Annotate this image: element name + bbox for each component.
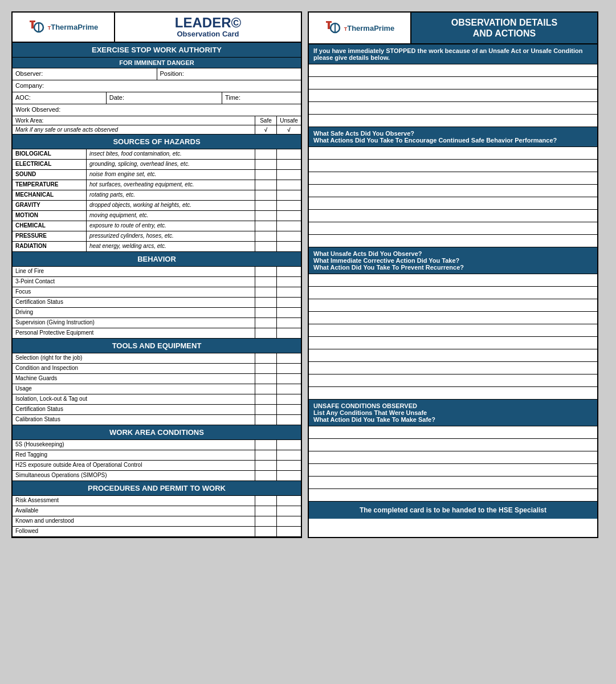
hazard-desc: pressurized cylinders, hoses, etc.: [87, 231, 255, 241]
behavior-row: Line of Fire: [13, 267, 301, 277]
work-area-safe-cell: [255, 461, 277, 470]
obs-blank-line: [309, 426, 597, 439]
obs-header: TThermaPrime OBSERVATION DETAILS AND ACT…: [309, 13, 597, 44]
tool-row: Machine Guards: [13, 374, 301, 384]
obs-blank-line: [309, 349, 597, 362]
hazard-safe-cell: [255, 242, 277, 251]
obs-blank-line: [309, 439, 597, 451]
mark-note: Mark if any safe or unsafe acts observed: [13, 125, 255, 134]
card-header: TThermaPrime LEADER© Observation Card: [13, 13, 301, 43]
procedure-safe-cell: [255, 516, 277, 526]
observer-field: Observer:: [13, 68, 157, 80]
hazards-list: BIOLOGICAL insect bites, food contaminat…: [13, 149, 301, 252]
tool-unsafe-cell: [277, 415, 301, 425]
work-area-item-label: H2S exposure outside Area of Operational…: [13, 461, 255, 470]
obs-blank-line: [309, 197, 597, 210]
behavior-safe-cell: [255, 267, 277, 276]
tool-row: Calibration Status: [13, 415, 301, 425]
hazard-row: PRESSURE pressurized cylinders, hoses, e…: [13, 231, 301, 242]
behavior-unsafe-cell: [277, 308, 301, 317]
safe-acts-line1: What Safe Acts Did You Observe?: [313, 130, 414, 137]
obs-blank-line: [309, 160, 597, 172]
work-area-row: Red Tagging: [13, 450, 301, 461]
work-area-unsafe-cell: [277, 440, 301, 450]
procedure-label: Risk Assessment: [13, 496, 255, 506]
hazard-name: RADIATION: [13, 242, 87, 251]
behavior-unsafe-cell: [277, 277, 301, 287]
procedure-unsafe-cell: [277, 496, 301, 506]
procedure-label: Available: [13, 506, 255, 516]
hazard-name: TEMPERATURE: [13, 180, 87, 190]
hazard-safe-cell: [255, 160, 277, 169]
time-field: Time:: [222, 92, 301, 104]
hazard-desc: grounding, splicing, overhead lines, etc…: [87, 160, 255, 169]
company-row: Company:: [13, 80, 301, 92]
obs-blank-line: [309, 387, 597, 400]
obs-blank-line: [309, 451, 597, 464]
hazard-name: SOUND: [13, 170, 87, 180]
tool-row: Isolation, Lock-out & Tag out: [13, 394, 301, 405]
hazard-safe-cell: [255, 201, 277, 210]
work-area-safe-cell: [255, 450, 277, 460]
hazard-row: BIOLOGICAL insect bites, food contaminat…: [13, 149, 301, 160]
hazard-safe-cell: [255, 190, 277, 200]
hazard-desc: noise from engine set, etc.: [87, 170, 255, 180]
hazard-name: CHEMICAL: [13, 221, 87, 231]
hazard-unsafe-cell: [277, 149, 301, 159]
imminent-danger-title: FOR IMMINENT DANGER: [13, 58, 301, 68]
tool-label: Machine Guards: [13, 374, 255, 384]
hazard-unsafe-cell: [277, 180, 301, 190]
tool-label: Selection (right for the job): [13, 353, 255, 363]
footer-note: The completed card is to be handed to th…: [309, 502, 597, 519]
stop-work-title: EXERCISE STOP WORK AUTHORITY: [13, 43, 301, 58]
obs-logo-text: TThermaPrime: [325, 20, 395, 36]
work-area-list: 5S (Housekeeping) Red Tagging H2S exposu…: [13, 440, 301, 481]
hazard-desc: dropped objects, working at heights, etc…: [87, 201, 255, 210]
work-area-item-label: Red Tagging: [13, 450, 255, 460]
tool-label: Usage: [13, 384, 255, 394]
safe-acts-header: What Safe Acts Did You Observe? What Act…: [309, 127, 597, 147]
work-area-row: Simultaneous Operations (SIMOPS): [13, 471, 301, 481]
obs-logo-section: TThermaPrime: [309, 13, 411, 43]
behavior-label: Line of Fire: [13, 267, 255, 276]
tool-safe-cell: [255, 374, 277, 384]
obs-blank-line: [309, 274, 597, 287]
obs-title-section: OBSERVATION DETAILS AND ACTIONS: [411, 13, 597, 43]
obs-brand-label: ThermaPrime: [347, 24, 394, 32]
procedure-row: Followed: [13, 527, 301, 537]
hazard-desc: hot surfaces, overheating equipment, etc…: [87, 180, 255, 190]
behavior-safe-cell: [255, 298, 277, 307]
unsafe-conditions-lines: [309, 426, 597, 502]
date-field: Date:: [107, 92, 222, 104]
behavior-safe-cell: [255, 277, 277, 287]
procedures-list: Risk Assessment Available Known and unde…: [13, 496, 301, 537]
tool-unsafe-cell: [277, 405, 301, 414]
hazard-name: BIOLOGICAL: [13, 149, 87, 159]
work-area-row: 5S (Housekeeping): [13, 440, 301, 450]
behavior-safe-cell: [255, 328, 277, 338]
svg-rect-2: [31, 21, 34, 28]
obs-blank-line: [309, 287, 597, 299]
work-area-safe-cell: [255, 471, 277, 481]
hazard-name: MOTION: [13, 211, 87, 221]
unsafe-acts-line1: What Unsafe Acts Did You Observe?: [313, 250, 422, 257]
hazard-safe-cell: [255, 170, 277, 180]
work-area-field: Work Area:: [13, 116, 255, 125]
tool-label: Condition and Inspection: [13, 364, 255, 373]
behavior-list: Line of Fire 3-Point Contact Focus Certi…: [13, 267, 301, 339]
safe-acts-lines: [309, 147, 597, 247]
behavior-safe-cell: [255, 308, 277, 317]
unsafe-cond-line2: List Any Conditions That Were Unsafe: [313, 409, 427, 416]
right-card: TThermaPrime OBSERVATION DETAILS AND ACT…: [308, 11, 598, 538]
obs-blank-line: [309, 312, 597, 324]
tool-unsafe-cell: [277, 353, 301, 363]
stopped-work-lines: [309, 64, 597, 127]
mark-unsafe-check: √: [277, 125, 301, 134]
tool-row: Condition and Inspection: [13, 364, 301, 374]
hazard-name: ELECTRICAL: [13, 160, 87, 169]
unsafe-acts-lines: [309, 274, 597, 400]
hazard-unsafe-cell: [277, 211, 301, 221]
unsafe-conditions-header: UNSAFE CONDITIONS OBSERVED List Any Cond…: [309, 400, 597, 426]
hazard-safe-cell: [255, 231, 277, 241]
procedure-safe-cell: [255, 496, 277, 506]
